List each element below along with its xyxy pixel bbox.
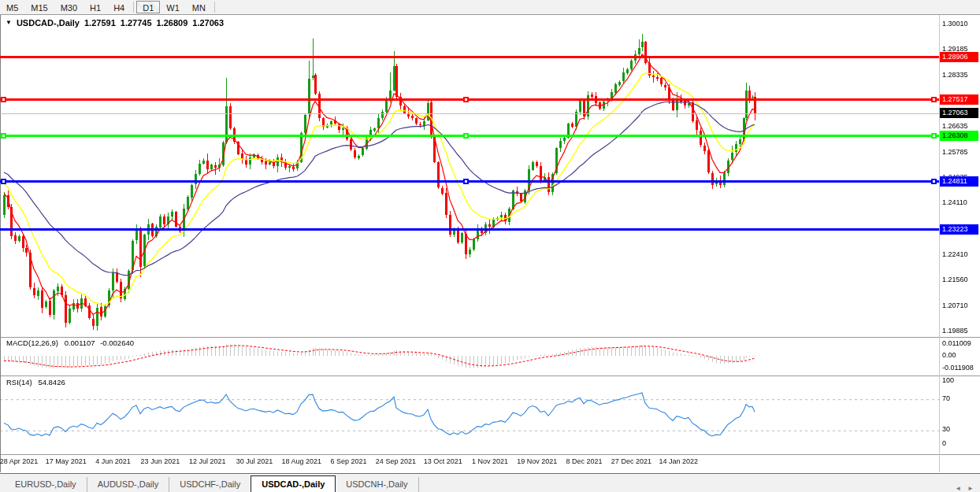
level-price-badge: 1.26308: [940, 131, 978, 141]
date-axis-label: 8 Dec 2021: [566, 457, 603, 465]
rsi-axis-30: 30: [942, 425, 950, 433]
tab-usdcnh[interactable]: USDCNH-,Daily: [336, 477, 418, 492]
level-line-handle[interactable]: [1, 97, 6, 102]
timeframe-button-mn[interactable]: MN: [186, 1, 212, 13]
level-line-handle[interactable]: [931, 97, 937, 102]
collapse-arrow-icon[interactable]: ▼: [6, 19, 12, 27]
date-axis-label: 24 Sep 2021: [376, 457, 416, 465]
level-line-1.26308[interactable]: [0, 135, 939, 137]
price-axis-label: 1.21560: [942, 276, 968, 283]
symbol-tabbar: EURUSD-,Daily AUDUSD-,Daily USDCHF-,Dail…: [0, 473, 980, 492]
date-axis-label: 13 Oct 2021: [424, 457, 462, 465]
ohlc-high: 1.27745: [121, 18, 152, 28]
timeframe-button-d1[interactable]: D1: [136, 1, 160, 13]
level-price-badge: 1.23223: [940, 224, 978, 235]
price-axis-label: 1.24110: [942, 198, 967, 206]
timeframe-button-m30[interactable]: M30: [54, 1, 84, 13]
macd-axis-max: 0.011009: [942, 339, 971, 347]
price-axis-label: 1.28335: [942, 71, 968, 79]
date-axis-label: 12 Jul 2021: [189, 457, 226, 465]
ohlc-close: 1.27063: [192, 18, 224, 28]
timeframe-button-m5[interactable]: M5: [0, 1, 24, 13]
timeframe-button-w1[interactable]: W1: [160, 1, 186, 13]
date-axis-label: 1 Nov 2021: [472, 457, 508, 465]
timeframe-button-m15[interactable]: M15: [24, 1, 54, 13]
level-price-badge: 1.24811: [940, 176, 978, 187]
tab-usdchf[interactable]: USDCHF-,Daily: [169, 477, 251, 492]
chart-canvas[interactable]: [0, 0, 980, 492]
date-axis-label: 19 Nov 2021: [517, 457, 557, 465]
ohlc-low: 1.26809: [157, 18, 188, 28]
date-axis-label: 23 Jun 2021: [141, 457, 180, 465]
timeframe-button-h4[interactable]: H4: [107, 1, 131, 13]
level-line-handle[interactable]: [1, 133, 6, 139]
level-line-1.28906[interactable]: [0, 56, 939, 58]
rsi-axis-0: 0: [942, 439, 946, 447]
date-axis-label: 30 Jul 2021: [236, 457, 273, 465]
level-line-handle[interactable]: [463, 179, 469, 184]
macd-axis-min: -0.011908: [942, 364, 974, 372]
level-line-handle[interactable]: [931, 133, 937, 139]
mt4-window: M5 M15 M30 H1 H4 D1 W1 MN ▼ USDCAD-,Dail…: [0, 0, 980, 492]
price-axis-label: 1.26635: [942, 122, 968, 130]
current-price-line: [0, 113, 939, 114]
macd-label: MACD(12,26,9) 0.001107 -0.002640: [6, 338, 134, 347]
tab-audusd[interactable]: AUDUSD-,Daily: [87, 477, 170, 492]
ohlc-open: 1.27591: [84, 18, 116, 28]
macd-axis-zero: 0.00: [942, 351, 956, 359]
toolbar-separator: [133, 2, 134, 13]
level-line-handle[interactable]: [463, 133, 469, 139]
level-price-badge: 1.28906: [940, 52, 978, 62]
timeframe-toolbar: M5 M15 M30 H1 H4 D1 W1 MN: [0, 0, 980, 15]
date-axis-label: 17 May 2021: [46, 457, 87, 465]
level-line-handle[interactable]: [931, 179, 937, 184]
price-axis-label: 1.30010: [942, 20, 968, 28]
date-axis-label: 4 Jun 2021: [95, 457, 131, 465]
tab-eurusd[interactable]: EURUSD-,Daily: [5, 477, 87, 492]
level-line-1.27517[interactable]: [0, 98, 939, 101]
timeframe-button-h1[interactable]: H1: [84, 1, 107, 13]
price-axis-label: 1.20710: [942, 301, 968, 309]
tab-usdcad[interactable]: USDCAD-,Daily: [251, 475, 336, 492]
tab-scroll-right-icon[interactable]: ►: [967, 485, 974, 492]
price-axis-label: 1.22410: [942, 250, 968, 258]
rsi-axis-100: 100: [942, 376, 954, 384]
date-axis-label: 28 Apr 2021: [0, 457, 38, 465]
price-axis-label: 1.19885: [942, 327, 968, 335]
rsi-label: RSI(14) 54.8426: [6, 378, 65, 387]
rsi-axis-70: 70: [942, 394, 950, 402]
current-price-badge: 1.27063: [940, 108, 978, 118]
level-line-handle[interactable]: [463, 97, 469, 102]
level-line-handle[interactable]: [1, 179, 6, 184]
date-axis-label: 27 Dec 2021: [611, 457, 651, 465]
level-line-1.23223[interactable]: [0, 228, 939, 231]
level-price-badge: 1.27517: [940, 94, 978, 105]
price-axis-label: 1.25785: [942, 148, 968, 156]
toolbar-separator: [214, 2, 215, 13]
level-line-1.24811[interactable]: [0, 180, 939, 183]
chart-title: ▼ USDCAD-,Daily 1.27591 1.27745 1.26809 …: [6, 18, 224, 28]
date-axis-label: 6 Sep 2021: [331, 457, 367, 465]
date-axis-label: 18 Aug 2021: [282, 457, 322, 465]
date-axis-label: 14 Jan 2022: [659, 457, 698, 465]
symbol-period-label: USDCAD-,Daily: [17, 18, 80, 28]
tab-scroll-left-icon[interactable]: ◄: [955, 485, 961, 492]
